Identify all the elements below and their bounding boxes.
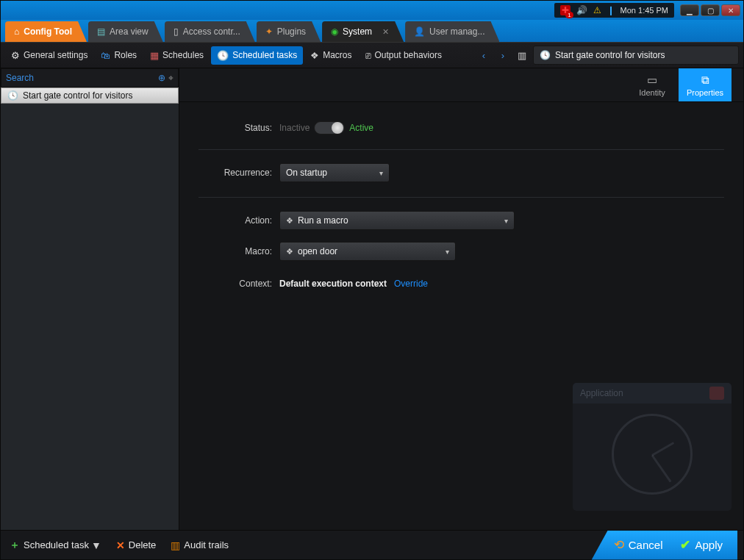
subnav-roles[interactable]: 🛍 Roles bbox=[95, 46, 143, 65]
recurrence-dropdown[interactable]: On startup ▾ bbox=[279, 163, 390, 182]
cancel-button[interactable]: ⟲ Cancel bbox=[614, 537, 663, 553]
main-panel: ▭ Identity ⧉ Properties Status: Inactive… bbox=[179, 68, 743, 530]
chevron-down-icon[interactable]: ▼ bbox=[91, 539, 101, 551]
macro-icon: ❖ bbox=[286, 247, 293, 256]
ghost-close-icon bbox=[709, 387, 724, 400]
main-tab-bar: ⌂ Config Tool ▤ Area view ▯ Access contr… bbox=[1, 20, 743, 42]
detail-tab-label: Properties bbox=[687, 88, 723, 97]
recurrence-label: Recurrence: bbox=[198, 168, 279, 178]
status-label: Status: bbox=[198, 123, 279, 133]
button-label: Scheduled task bbox=[24, 539, 89, 550]
add-scheduled-task-button[interactable]: ＋ Scheduled task ▼ bbox=[7, 536, 104, 555]
button-label: Cancel bbox=[629, 539, 663, 551]
tab-close-icon[interactable]: ✕ bbox=[382, 27, 389, 37]
subnav-label: Macros bbox=[323, 50, 351, 60]
tab-label: User manag... bbox=[429, 26, 484, 37]
schedule-icon: ▦ bbox=[150, 50, 159, 61]
status-toggle[interactable]: Inactive Active bbox=[279, 121, 373, 134]
tab-plugins[interactable]: ✦ Plugins bbox=[257, 21, 321, 42]
tab-user-management[interactable]: 👤 User manag... bbox=[405, 21, 499, 42]
task-icon: 🕓 bbox=[217, 50, 229, 61]
system-icon: ◉ bbox=[331, 26, 338, 37]
close-button[interactable]: ✕ bbox=[721, 4, 740, 16]
apply-button[interactable]: ✔ Apply bbox=[680, 537, 723, 553]
check-icon: ✔ bbox=[680, 537, 690, 553]
identity-icon: ▭ bbox=[647, 73, 657, 87]
action-dropdown[interactable]: ❖ Run a macro ▾ bbox=[279, 211, 515, 230]
properties-icon: ⧉ bbox=[701, 73, 709, 87]
subnav-scheduled-tasks[interactable]: 🕓 Scheduled tasks bbox=[211, 46, 303, 65]
subnav-label: Roles bbox=[114, 50, 137, 60]
warning-icon[interactable]: ⚠ bbox=[593, 5, 601, 15]
macro-dropdown[interactable]: ❖ open door ▾ bbox=[279, 242, 456, 261]
nav-tree-button[interactable]: ▥ bbox=[514, 47, 530, 63]
tab-label: System bbox=[343, 26, 372, 37]
tab-label: Access contr... bbox=[183, 26, 240, 37]
detail-tab-properties[interactable]: ⧉ Properties bbox=[679, 68, 732, 101]
maximize-button[interactable]: ▢ bbox=[701, 4, 720, 16]
status-inactive-text: Inactive bbox=[279, 123, 310, 133]
globe-icon[interactable]: ⊕ bbox=[158, 73, 165, 83]
subnav-label: Scheduled tasks bbox=[232, 50, 297, 60]
delete-button[interactable]: ✕ Delete bbox=[113, 536, 160, 554]
delete-icon: ✕ bbox=[116, 539, 125, 551]
properties-form: Status: Inactive Active Recurrence: On s… bbox=[179, 102, 743, 308]
button-label: Apply bbox=[695, 539, 723, 551]
tab-config-tool[interactable]: ⌂ Config Tool bbox=[5, 21, 87, 42]
button-label: Audit trails bbox=[184, 539, 229, 550]
tab-label: Plugins bbox=[277, 26, 306, 37]
dropdown-value: open door bbox=[298, 246, 337, 256]
plugin-icon: ✦ bbox=[265, 26, 273, 37]
nav-back-button[interactable]: ‹ bbox=[476, 47, 492, 63]
button-label: Delete bbox=[129, 539, 157, 550]
health-icon[interactable]: ✚ bbox=[560, 5, 570, 15]
context-override-link[interactable]: Override bbox=[394, 279, 428, 289]
chevron-down-icon: ▾ bbox=[446, 248, 449, 256]
subnav-label: Schedules bbox=[162, 50, 204, 60]
context-label: Context: bbox=[198, 279, 279, 289]
sidebar-item-label: Start gate control for visitors bbox=[23, 90, 132, 101]
search-input[interactable] bbox=[6, 73, 155, 83]
subnav-schedules[interactable]: ▦ Schedules bbox=[144, 46, 210, 65]
filter-icon[interactable]: ⌖ bbox=[168, 73, 174, 83]
chevron-down-icon: ▾ bbox=[379, 169, 383, 177]
breadcrumb-field[interactable]: 🕓 Start gate control for visitors bbox=[533, 46, 739, 65]
task-icon: 🕓 bbox=[7, 90, 18, 101]
toggle-switch[interactable] bbox=[314, 121, 345, 134]
sidebar-item-task[interactable]: 🕓 Start gate control for visitors bbox=[1, 87, 179, 104]
tab-access-control[interactable]: ▯ Access contr... bbox=[165, 21, 255, 42]
subnav-label: Output behaviors bbox=[375, 50, 442, 60]
ghost-title: Application bbox=[580, 388, 623, 398]
card-icon: ▯ bbox=[174, 26, 179, 37]
subnav-general-settings[interactable]: ⚙ General settings bbox=[5, 46, 93, 65]
tab-area-view[interactable]: ▤ Area view bbox=[88, 21, 163, 42]
action-label: Action: bbox=[198, 215, 279, 226]
tab-system[interactable]: ◉ System ✕ bbox=[322, 21, 404, 42]
breadcrumb-text: Start gate control for visitors bbox=[555, 50, 665, 60]
audit-trails-button[interactable]: ▥ Audit trails bbox=[168, 536, 232, 554]
nav-forward-button[interactable]: › bbox=[495, 47, 511, 63]
ghost-widget: Application bbox=[573, 383, 732, 511]
undo-icon: ⟲ bbox=[614, 537, 624, 553]
subnav-output-behaviors[interactable]: ⎚ Output behaviors bbox=[360, 46, 448, 65]
detail-tab-identity[interactable]: ▭ Identity bbox=[626, 68, 679, 101]
area-icon: ▤ bbox=[97, 26, 105, 37]
task-icon: 🕓 bbox=[540, 50, 551, 60]
tab-label: Area view bbox=[110, 26, 149, 37]
system-tray: ✚ 🔊 ⚠ ❙ Mon 1:45 PM bbox=[554, 3, 674, 18]
home-icon: ⌂ bbox=[14, 26, 19, 37]
roles-icon: 🛍 bbox=[101, 50, 110, 61]
detail-tab-bar: ▭ Identity ⧉ Properties bbox=[179, 68, 743, 102]
activity-icon[interactable]: ❙ bbox=[607, 5, 615, 15]
macro-icon: ❖ bbox=[310, 50, 319, 61]
volume-icon[interactable]: 🔊 bbox=[576, 5, 587, 15]
minimize-button[interactable]: ▁ bbox=[680, 4, 699, 16]
chevron-down-icon: ▾ bbox=[504, 217, 508, 225]
gear-icon: ⚙ bbox=[11, 50, 20, 61]
detail-tab-label: Identity bbox=[639, 88, 665, 97]
bottom-bar: ＋ Scheduled task ▼ ✕ Delete ▥ Audit trai… bbox=[1, 530, 743, 559]
clock-icon bbox=[612, 414, 693, 495]
clock-text: Mon 1:45 PM bbox=[620, 6, 668, 15]
output-icon: ⎚ bbox=[365, 50, 371, 61]
subnav-macros[interactable]: ❖ Macros bbox=[304, 46, 357, 65]
